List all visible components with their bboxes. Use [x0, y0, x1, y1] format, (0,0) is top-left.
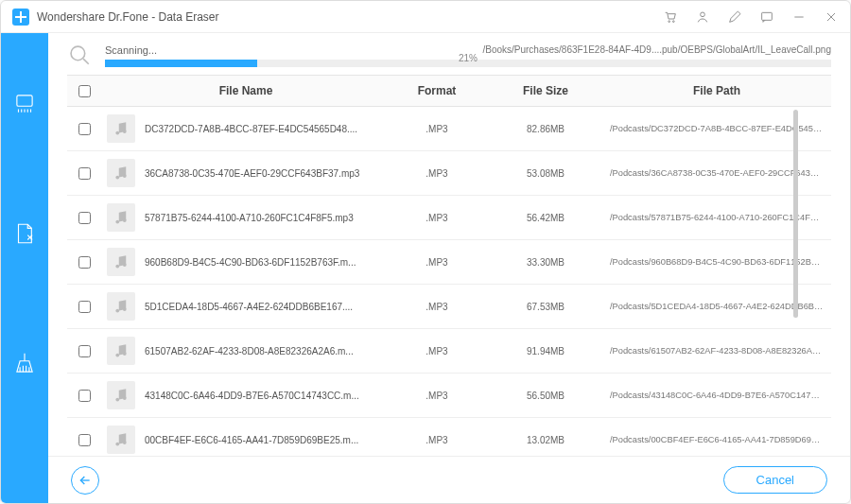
sidebar-broom-icon[interactable] [11, 351, 38, 377]
svg-point-24 [115, 220, 119, 224]
file-name: 960B68D9-B4C5-4C90-BD63-6DF1152B763F.m..… [145, 257, 356, 268]
file-name: 5D1CEDA4-18D5-4667-A4E2-624DDB6BE167.... [145, 302, 353, 312]
sidebar-document-icon[interactable] [11, 220, 38, 247]
svg-line-19 [83, 59, 89, 64]
footer: Cancel [48, 456, 850, 503]
progress-fill [105, 60, 257, 67]
user-icon[interactable] [695, 9, 710, 25]
row-checkbox[interactable] [78, 434, 91, 446]
sidebar [1, 33, 48, 503]
file-size: 91.94MB [489, 346, 602, 356]
svg-point-35 [123, 441, 127, 444]
svg-point-28 [115, 309, 119, 313]
svg-rect-3 [762, 12, 773, 20]
table-row[interactable]: 960B68D9-B4C5-4C90-BD63-6DF1152B763F.m..… [67, 240, 831, 285]
header-name: File Name [101, 84, 385, 97]
music-icon [107, 337, 135, 365]
table-row[interactable]: 43148C0C-6A46-4DD9-B7E6-A570C14743CC.m..… [67, 374, 831, 418]
file-name: 36CA8738-0C35-470E-AEF0-29CCF643BF37.mp3 [145, 168, 359, 179]
row-checkbox[interactable] [78, 167, 91, 180]
table-row[interactable]: 57871B75-6244-4100-A710-260FC1C4F8F5.mp3… [67, 196, 831, 240]
table-row[interactable]: 00CBF4EF-E6C6-4165-AA41-7D859D69BE25.m..… [67, 418, 831, 456]
svg-point-27 [123, 263, 127, 267]
minimize-icon[interactable] [791, 9, 807, 25]
file-size: 82.86MB [489, 124, 602, 134]
file-size: 56.42MB [489, 213, 602, 223]
edit-icon[interactable] [727, 9, 742, 25]
svg-point-34 [115, 443, 119, 446]
svg-point-31 [123, 352, 127, 356]
file-path: /Podcasts/00CBF4EF-E6C6-4165-AA41-7D859D… [602, 435, 831, 444]
row-checkbox[interactable] [78, 256, 91, 269]
svg-point-29 [123, 307, 127, 311]
row-checkbox[interactable] [78, 212, 91, 224]
svg-point-2 [701, 12, 705, 17]
file-size: 13.02MB [489, 435, 602, 445]
select-all-checkbox[interactable] [78, 85, 91, 97]
header-format: Format [385, 84, 489, 97]
close-icon[interactable] [824, 9, 839, 25]
row-checkbox[interactable] [78, 390, 91, 402]
svg-point-21 [123, 130, 127, 133]
music-icon [107, 203, 135, 232]
file-name: DC372DCD-7A8B-4BCC-87EF-E4DC54565D48.... [145, 124, 357, 134]
back-button[interactable] [71, 466, 99, 495]
row-checkbox[interactable] [78, 123, 91, 135]
app-logo-icon [12, 9, 29, 26]
cancel-button[interactable]: Cancel [723, 466, 827, 494]
sidebar-erase-icon[interactable] [11, 90, 38, 116]
music-icon [107, 114, 135, 143]
titlebar-actions [663, 9, 839, 25]
svg-point-32 [115, 398, 119, 402]
svg-rect-7 [17, 96, 32, 106]
file-name: 57871B75-6244-4100-A710-260FC1C4F8F5.mp3 [145, 213, 354, 223]
row-checkbox[interactable] [78, 301, 91, 313]
feedback-icon[interactable] [759, 9, 774, 25]
file-format: .MP3 [385, 168, 489, 179]
svg-point-20 [115, 131, 119, 135]
file-format: .MP3 [385, 302, 489, 312]
scrollbar[interactable] [793, 110, 798, 318]
svg-point-0 [669, 20, 670, 22]
table-row[interactable]: 5D1CEDA4-18D5-4667-A4E2-624DDB6BE167....… [67, 285, 831, 329]
scan-current-file: /Books/Purchases/863F1E28-84AF-4D9....pu… [482, 44, 831, 56]
table-header: File Name Format File Size File Path [67, 75, 831, 107]
file-format: .MP3 [385, 124, 489, 134]
file-format: .MP3 [385, 257, 489, 268]
table-row[interactable]: DC372DCD-7A8B-4BCC-87EF-E4DC54565D48....… [67, 107, 831, 151]
svg-point-25 [123, 218, 127, 222]
svg-point-1 [672, 20, 674, 22]
file-size: 67.53MB [489, 302, 602, 312]
cart-icon[interactable] [663, 9, 678, 25]
scan-header: Scanning... /Books/Purchases/863F1E28-84… [48, 33, 850, 75]
app-window: Wondershare Dr.Fone - Data Eraser [0, 0, 851, 504]
file-format: .MP3 [385, 346, 489, 356]
header-size: File Size [489, 84, 602, 97]
file-table: File Name Format File Size File Path DC3… [48, 75, 850, 456]
app-title: Wondershare Dr.Fone - Data Eraser [37, 10, 219, 24]
svg-point-22 [115, 176, 119, 180]
table-row[interactable]: 36CA8738-0C35-470E-AEF0-29CCF643BF37.mp3… [67, 151, 831, 196]
music-icon [107, 426, 135, 454]
music-icon [107, 292, 135, 321]
file-format: .MP3 [385, 213, 489, 223]
music-icon [107, 159, 135, 187]
svg-point-33 [123, 396, 127, 400]
file-name: 00CBF4EF-E6C6-4165-AA41-7D859D69BE25.m..… [145, 435, 358, 445]
svg-point-18 [71, 46, 85, 61]
header-path: File Path [602, 84, 831, 97]
svg-point-26 [115, 265, 119, 269]
main-panel: Scanning... /Books/Purchases/863F1E28-84… [48, 33, 850, 503]
svg-point-23 [123, 174, 127, 178]
table-row[interactable]: 61507AB2-62AF-4233-8D08-A8E82326A2A6.m..… [67, 329, 831, 374]
file-name: 43148C0C-6A46-4DD9-B7E6-A570C14743CC.m..… [145, 391, 359, 401]
music-icon [107, 381, 135, 409]
music-icon [107, 248, 135, 276]
table-body[interactable]: DC372DCD-7A8B-4BCC-87EF-E4DC54565D48....… [67, 107, 831, 456]
svg-point-30 [115, 354, 119, 357]
file-size: 33.30MB [489, 257, 602, 268]
file-path: /Podcasts/43148C0C-6A46-4DD9-B7E6-A570C1… [602, 391, 831, 400]
row-checkbox[interactable] [78, 345, 91, 357]
file-size: 53.08MB [489, 168, 602, 179]
file-format: .MP3 [385, 391, 489, 401]
